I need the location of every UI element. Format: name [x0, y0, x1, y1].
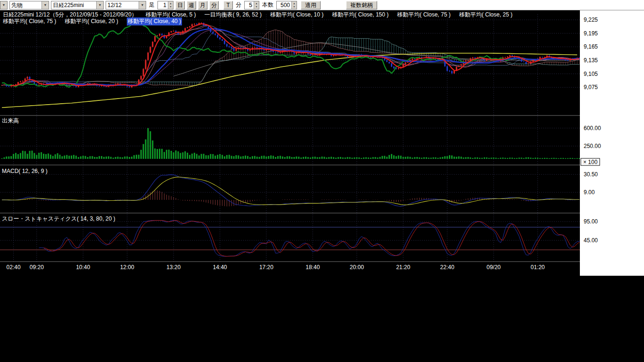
price-axis-label: 9,105: [584, 71, 598, 77]
legend-ma75[interactable]: 移動平均( Close, 75 ): [397, 11, 450, 19]
bar-count-value: 500: [277, 1, 291, 9]
chevron-down-icon: ▼: [41, 1, 49, 9]
contract-month-value: 12/12: [106, 1, 139, 9]
volume-axis-label: 250.00: [584, 143, 601, 149]
time-axis-label: 02:40: [7, 264, 21, 271]
period-month-button[interactable]: 月: [198, 1, 207, 9]
stoch-axis-label: 45.00: [584, 237, 598, 244]
price-axis-label: 9,165: [584, 43, 598, 50]
time-axis-label: 01:20: [530, 264, 545, 271]
volume-panel-label: 出来高: [2, 117, 19, 125]
time-axis-label: 17:20: [259, 264, 273, 271]
time-axis-label: 09:20: [30, 264, 44, 271]
trading-chart-window: ▼ 先物 ▼ 日経225mini ▼ 12/12 ▼ 足 1 ▲▼ 日 週 月 …: [0, 0, 644, 362]
period-tick-button[interactable]: T: [223, 1, 233, 9]
toolbar: ▼ 先物 ▼ 日経225mini ▼ 12/12 ▼ 足 1 ▲▼ 日 週 月 …: [0, 0, 644, 10]
bar-type-label: 足: [149, 1, 155, 9]
volume-axis-label: 600.00: [584, 125, 601, 132]
symbol-select-value: 日経225mini: [51, 1, 96, 9]
time-axis-label: 14:40: [213, 264, 227, 271]
minute-value: 5: [245, 1, 254, 9]
category-select-value: 先物: [10, 1, 41, 9]
time-axis-label: 10:40: [76, 264, 90, 271]
minute-spinner[interactable]: 5 ▲▼: [244, 1, 259, 9]
apply-button[interactable]: 適用: [301, 1, 321, 9]
chart-legend-line2: 移動平均( Close, 75 ) 移動平均( Close, 20 ) 移動平均…: [3, 17, 182, 25]
legend-ma20[interactable]: 移動平均( Close, 20 ): [65, 17, 118, 25]
contract-month-select[interactable]: 12/12 ▼: [106, 1, 146, 9]
price-axis-label: 9,195: [584, 30, 598, 37]
category-select[interactable]: 先物 ▼: [9, 1, 49, 9]
time-axis-label: 20:00: [350, 264, 364, 271]
bar-interval-value: 1: [158, 1, 168, 9]
time-axis-label: 13:20: [166, 264, 181, 271]
chevron-down-icon: ▼: [96, 1, 103, 9]
spinner-arrows-icon: ▲▼: [254, 1, 259, 9]
minute-label: 分: [236, 1, 241, 9]
legend-ma25[interactable]: 移動平均( Close, 25 ): [459, 11, 512, 19]
price-axis-label: 9,225: [584, 16, 598, 23]
chart-canvas[interactable]: 9,2259,1959,1659,1359,1059,075600.00250.…: [0, 10, 644, 362]
symbol-select[interactable]: 日経225mini ▼: [51, 1, 104, 9]
bar-count-label: 本数: [262, 1, 273, 9]
chevron-down-icon: ▼: [0, 1, 7, 9]
mini-dropdown[interactable]: ▼: [0, 1, 8, 9]
legend-ichimoku[interactable]: 一目均衡表( 9, 26, 52 ): [205, 11, 262, 19]
macd-axis-label: 9.00: [584, 189, 595, 196]
multi-symbol-button[interactable]: 複数銘柄: [346, 1, 377, 9]
price-axis-label: 9,135: [584, 57, 598, 64]
macd-panel-label: MACD( 12, 26, 9 ): [2, 168, 48, 174]
macd-axis-label: 30.50: [584, 171, 598, 178]
bar-count-spinner[interactable]: 500 ▲▼: [276, 1, 297, 9]
period-week-button[interactable]: 週: [187, 1, 196, 9]
chart-region: 9,2259,1959,1659,1359,1059,075600.00250.…: [0, 10, 644, 362]
legend-ma10[interactable]: 移動平均( Close, 10 ): [270, 11, 323, 19]
legend-ma75-b[interactable]: 移動平均( Close, 75 ): [3, 17, 56, 25]
time-axis-label: 21:20: [396, 264, 410, 271]
spinner-arrows-icon: ▲▼: [291, 1, 297, 9]
bar-interval-spinner[interactable]: 1 ▲▼: [157, 1, 173, 9]
time-axis-label: 09/20: [487, 264, 501, 271]
legend-ma150[interactable]: 移動平均( Close, 150 ): [332, 11, 388, 19]
chevron-down-icon: ▼: [139, 1, 146, 9]
period-day-button[interactable]: 日: [175, 1, 185, 9]
time-axis-label: 22:40: [440, 264, 454, 271]
stoch-axis-label: 95.00: [584, 218, 598, 225]
time-axis-label: 12:00: [120, 264, 134, 271]
time-axis-label: 18:40: [305, 264, 320, 271]
period-minute-button[interactable]: 分: [209, 1, 219, 9]
spinner-arrows-icon: ▲▼: [168, 1, 173, 9]
legend-ma40-selected[interactable]: 移動平均( Close, 40 ): [127, 17, 182, 25]
volume-multiplier-label: × 100: [583, 159, 598, 165]
price-axis-label: 9,075: [584, 84, 598, 90]
stoch-panel-label: スロー・ストキャスティクス( 14, 3, 80, 20 ): [2, 215, 115, 223]
